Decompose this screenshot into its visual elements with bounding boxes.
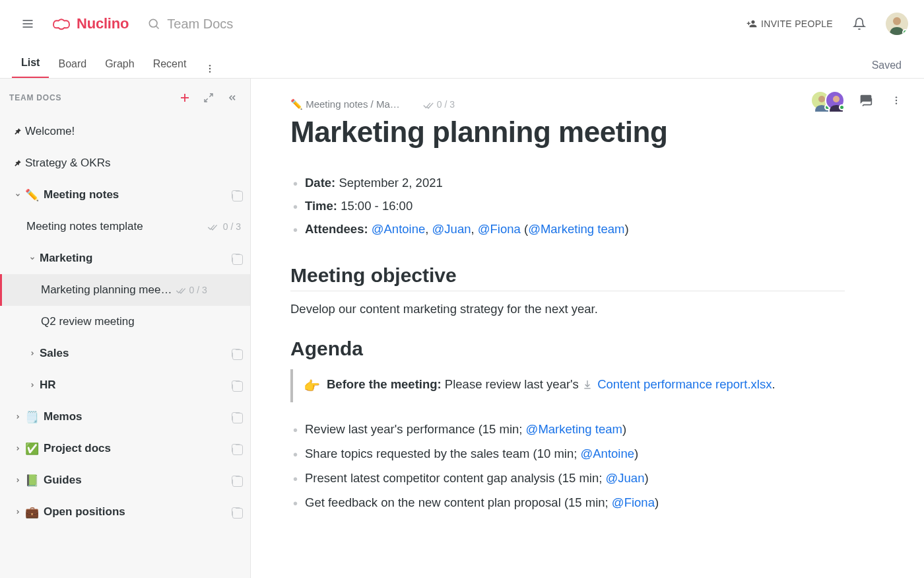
meta-date-label: Date: bbox=[305, 176, 335, 190]
mention-antoine[interactable]: @Antoine bbox=[581, 447, 635, 460]
page-title[interactable]: Marketing planning meeting bbox=[290, 116, 845, 149]
mention-juan[interactable]: @Juan bbox=[432, 222, 471, 236]
mention-marketing-team[interactable]: @Marketing team bbox=[526, 422, 622, 436]
sidebar-expand-icon[interactable] bbox=[200, 89, 217, 106]
mention-antoine[interactable]: @Antoine bbox=[372, 222, 426, 236]
svg-point-7 bbox=[209, 68, 211, 69]
breadcrumb-text: Meeting notes / Ma… bbox=[306, 98, 400, 110]
agenda-item-text: Get feedback on the new content plan pro… bbox=[305, 495, 612, 509]
sidebar-item-sales[interactable]: Sales bbox=[0, 338, 250, 369]
pencil-icon: ✏️ bbox=[25, 188, 38, 202]
tab-recent[interactable]: Recent bbox=[144, 52, 196, 78]
presence-dot bbox=[902, 29, 908, 35]
comments-icon[interactable] bbox=[857, 91, 875, 110]
sidebar-item-guides[interactable]: 📗 Guides bbox=[0, 464, 250, 496]
svg-line-12 bbox=[205, 98, 208, 102]
sidebar-item-label: Q2 review meeting bbox=[41, 315, 135, 328]
chevron-down-icon bbox=[26, 255, 38, 262]
agenda-item-after: ) bbox=[655, 495, 659, 509]
copy-icon[interactable] bbox=[232, 412, 241, 421]
sidebar-item-label: Meeting notes template bbox=[26, 220, 143, 233]
sidebar-item-welcome[interactable]: Welcome! bbox=[0, 116, 250, 147]
tabs-more-icon[interactable] bbox=[201, 59, 219, 78]
chevron-right-icon bbox=[12, 414, 24, 420]
agenda-item-after: ) bbox=[622, 422, 626, 436]
invite-icon bbox=[746, 18, 757, 29]
breadcrumb[interactable]: ✏️ Meeting notes / Ma… 0 / 3 bbox=[290, 98, 845, 110]
search-icon bbox=[147, 17, 160, 30]
breadcrumb-icon: ✏️ bbox=[290, 98, 303, 110]
sidebar-item-label: HR bbox=[40, 379, 56, 392]
agenda-item-after: ) bbox=[634, 447, 638, 460]
agenda-item-text: Present latest competitor content gap an… bbox=[305, 471, 606, 485]
sidebar-collapse-icon[interactable] bbox=[224, 89, 241, 106]
attachment-link[interactable]: Content performance report.xlsx bbox=[597, 377, 772, 391]
svg-point-14 bbox=[833, 96, 840, 102]
svg-point-16 bbox=[896, 100, 897, 101]
agenda-item-text: Review last year's performance (15 min; bbox=[305, 422, 526, 436]
user-avatar[interactable] bbox=[886, 13, 908, 35]
heading-agenda[interactable]: Agenda bbox=[290, 338, 845, 360]
mention-fiona[interactable]: @Fiona bbox=[478, 222, 521, 236]
doc-more-icon[interactable] bbox=[887, 91, 906, 110]
mention-juan[interactable]: @Juan bbox=[606, 471, 645, 485]
sidebar-add-button[interactable] bbox=[176, 89, 193, 106]
sidebar-item-open-positions[interactable]: 💼 Open positions bbox=[0, 496, 250, 528]
hamburger-menu-icon[interactable] bbox=[16, 12, 40, 36]
sidebar-item-marketing[interactable]: Marketing bbox=[0, 242, 250, 274]
svg-point-3 bbox=[150, 19, 158, 27]
mention-fiona[interactable]: @Fiona bbox=[612, 495, 655, 509]
copy-icon[interactable] bbox=[232, 444, 241, 453]
tab-graph[interactable]: Graph bbox=[96, 52, 143, 78]
copy-icon[interactable] bbox=[232, 476, 241, 485]
copy-icon[interactable] bbox=[232, 380, 241, 390]
pointing-icon: 👉 bbox=[304, 377, 320, 394]
chevron-right-icon bbox=[12, 477, 24, 484]
workspace-search[interactable] bbox=[147, 16, 364, 32]
notifications-icon[interactable] bbox=[847, 12, 871, 36]
invite-people-button[interactable]: INVITE PEOPLE bbox=[746, 18, 833, 29]
callout-before-meeting[interactable]: 👉 Before the meeting: Please review last… bbox=[290, 369, 845, 402]
sidebar-item-label: Memos bbox=[44, 410, 82, 423]
meeting-meta[interactable]: Date: September 2, 2021 Time: 15:00 - 16… bbox=[290, 171, 845, 240]
chevron-right-icon bbox=[12, 445, 24, 452]
agenda-item-text: Share topics requested by the sales team… bbox=[305, 447, 581, 460]
sidebar-item-strategy[interactable]: Strategy & OKRs bbox=[0, 147, 250, 179]
breadcrumb-task-progress: 0 / 3 bbox=[422, 99, 455, 110]
sidebar-item-label: Marketing bbox=[40, 252, 92, 265]
svg-point-5 bbox=[893, 17, 901, 25]
search-input[interactable] bbox=[166, 16, 364, 32]
download-icon bbox=[582, 377, 593, 391]
meta-time-label: Time: bbox=[305, 199, 337, 213]
chevron-right-icon bbox=[12, 509, 24, 515]
briefcase-icon: 💼 bbox=[25, 505, 38, 519]
meta-time-value: 15:00 - 16:00 bbox=[337, 199, 412, 213]
collaborator-avatar[interactable] bbox=[825, 90, 845, 110]
brand-logo[interactable]: Nuclino bbox=[51, 15, 129, 32]
tab-list[interactable]: List bbox=[12, 50, 49, 78]
check-icon: ✅ bbox=[25, 442, 38, 456]
sidebar-item-project-docs[interactable]: ✅ Project docs bbox=[0, 433, 250, 464]
sidebar-item-memos[interactable]: 🗒️ Memos bbox=[0, 401, 250, 433]
objective-body[interactable]: Develop our content marketing strategy f… bbox=[290, 302, 845, 316]
sidebar-item-meeting-notes[interactable]: ✏️ Meeting notes bbox=[0, 179, 250, 211]
meta-date-value: September 2, 2021 bbox=[335, 176, 443, 190]
copy-icon[interactable] bbox=[232, 254, 241, 263]
sidebar-item-meeting-notes-template[interactable]: Meeting notes template 0 / 3 bbox=[0, 211, 250, 242]
agenda-list[interactable]: Review last year's performance (15 min; … bbox=[290, 417, 845, 515]
collaborator-avatars[interactable] bbox=[810, 90, 845, 110]
copy-icon[interactable] bbox=[232, 349, 241, 358]
copy-icon[interactable] bbox=[232, 190, 241, 199]
mention-marketing-team[interactable]: @Marketing team bbox=[528, 222, 624, 236]
tab-board[interactable]: Board bbox=[49, 52, 96, 78]
meta-attendees-label: Attendees: bbox=[305, 222, 372, 236]
sidebar-item-hr[interactable]: HR bbox=[0, 369, 250, 401]
sidebar-item-marketing-planning-meeting[interactable]: Marketing planning mee… 0 / 3 bbox=[0, 274, 250, 306]
notepad-icon: 🗒️ bbox=[25, 410, 38, 424]
svg-point-13 bbox=[818, 96, 825, 102]
chevron-right-icon bbox=[26, 382, 38, 388]
svg-line-11 bbox=[209, 94, 213, 97]
copy-icon[interactable] bbox=[232, 507, 241, 517]
sidebar-item-q2-review-meeting[interactable]: Q2 review meeting bbox=[0, 306, 250, 338]
heading-objective[interactable]: Meeting objective bbox=[290, 264, 845, 287]
